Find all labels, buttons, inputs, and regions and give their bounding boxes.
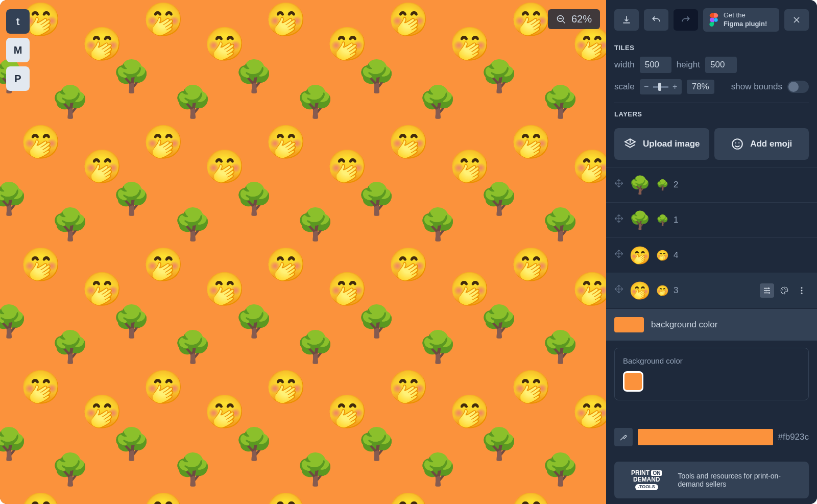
scale-value: 78% — [687, 80, 714, 94]
width-input[interactable] — [640, 57, 671, 73]
layer-row[interactable]: 🌳 🌳 2 — [606, 167, 817, 202]
close-panel-button[interactable] — [784, 9, 809, 31]
color-bar[interactable] — [638, 429, 773, 445]
emoji-icon — [731, 137, 744, 151]
svg-point-25 — [801, 290, 803, 291]
promo-text: Tools and resources for print-on-demand … — [678, 472, 801, 488]
svg-point-18 — [768, 287, 770, 289]
svg-point-24 — [801, 287, 803, 289]
layer-row[interactable]: 🤭 🤭 3 — [606, 273, 817, 308]
zoom-level: 62% — [571, 13, 592, 25]
show-bounds-toggle[interactable] — [787, 81, 809, 93]
svg-point-14 — [714, 18, 718, 22]
show-bounds-label: show bounds — [731, 82, 782, 92]
download-button[interactable] — [614, 9, 639, 31]
hex-value: #fb923c — [778, 432, 809, 442]
layer-more-button[interactable] — [795, 283, 809, 298]
medium-icon: M — [14, 44, 22, 56]
layer-index: 1 — [674, 215, 678, 225]
layer-thumb-small: 🤭 — [656, 284, 668, 297]
layer-button-row: Upload image Add emoji — [606, 123, 817, 167]
tiles-scale-row: scale − + 78% show bounds — [606, 79, 817, 101]
height-label: height — [677, 60, 700, 70]
layer-thumb: 🤭 — [629, 244, 651, 267]
layer-color-button[interactable] — [777, 283, 791, 298]
svg-point-19 — [765, 290, 767, 291]
undo-icon — [651, 15, 661, 25]
color-picker-row: #fb923c — [606, 423, 817, 451]
svg-point-15 — [732, 139, 742, 149]
background-editor: Background color — [614, 348, 809, 400]
svg-point-21 — [782, 289, 783, 290]
close-icon — [791, 15, 802, 25]
layer-thumb-small: 🌳 — [656, 214, 668, 226]
svg-point-22 — [784, 288, 785, 289]
download-icon — [621, 15, 632, 25]
layer-settings-button[interactable] — [760, 283, 774, 298]
eyedropper-button[interactable] — [614, 428, 633, 446]
undo-button[interactable] — [644, 9, 668, 31]
background-edit-label: Background color — [623, 356, 800, 365]
promo-logo: PRINT ON DEMAND .TOOLS — [622, 470, 670, 490]
layer-index: 3 — [674, 285, 678, 296]
redo-button[interactable] — [674, 9, 698, 31]
more-vertical-icon — [797, 286, 806, 295]
redo-icon — [681, 15, 691, 25]
zoom-indicator[interactable]: 62% — [548, 9, 600, 29]
layer-thumb: 🌳 — [629, 174, 651, 196]
social-bar: t M P — [6, 9, 30, 91]
tiles-size-row: width height — [606, 57, 817, 79]
drag-handle-icon[interactable] — [614, 214, 623, 226]
tumblr-button[interactable]: t — [6, 9, 30, 34]
tumblr-icon: t — [16, 16, 20, 28]
upload-label: Upload image — [643, 139, 700, 149]
drag-handle-icon[interactable] — [614, 179, 623, 190]
layer-row[interactable]: 🌳 🌳 1 — [606, 202, 817, 237]
scale-stepper[interactable]: − + — [640, 79, 682, 94]
pinterest-icon: P — [14, 73, 21, 85]
layer-list: 🌳 🌳 2 🌳 🌳 1 🤭 🤭 4 🤭 🤭 3 — [606, 167, 817, 308]
background-layer-row[interactable]: background color — [606, 309, 817, 341]
svg-line-2 — [562, 20, 565, 23]
add-emoji-button[interactable]: Add emoji — [714, 128, 809, 160]
layer-thumb-small: 🤭 — [656, 249, 668, 261]
layer-thumb: 🌳 — [629, 209, 651, 231]
upload-image-button[interactable]: Upload image — [614, 128, 709, 160]
pattern-preview: 🤭 🤭 🤭 🤭 🌳 🌳 🌳 🌳 🌳 — [0, 0, 606, 504]
background-label: background color — [651, 320, 717, 330]
background-swatch — [614, 317, 644, 332]
promo-banner[interactable]: PRINT ON DEMAND .TOOLS Tools and resourc… — [614, 462, 809, 498]
svg-point-23 — [785, 289, 786, 290]
svg-rect-13 — [0, 0, 606, 504]
width-label: width — [614, 60, 635, 70]
sliders-icon — [762, 286, 772, 295]
panel-topbar: Get the Figma plugin! — [606, 0, 817, 37]
figma-icon — [709, 13, 718, 27]
svg-point-16 — [735, 142, 736, 143]
layer-row[interactable]: 🤭 🤭 4 — [606, 237, 817, 273]
layer-thumb-small: 🌳 — [656, 179, 668, 191]
scale-increase-button[interactable]: + — [668, 79, 682, 94]
eyedropper-icon — [619, 433, 628, 442]
scale-slider[interactable] — [653, 86, 668, 88]
drag-handle-icon[interactable] — [614, 284, 623, 296]
layer-index: 2 — [674, 180, 678, 190]
figma-text: Get the Figma plugin! — [724, 11, 767, 29]
layers-heading: LAYERS — [606, 103, 817, 123]
svg-point-20 — [768, 292, 770, 294]
pattern-canvas[interactable]: t M P 62% 🤭 🤭 🤭 🤭 🌳 🌳 🌳 🌳 🌳 — [0, 0, 606, 504]
add-emoji-label: Add emoji — [750, 139, 792, 149]
tiles-heading: TILES — [606, 37, 817, 57]
scale-decrease-button[interactable]: − — [640, 79, 653, 94]
medium-button[interactable]: M — [6, 38, 30, 62]
drag-handle-icon[interactable] — [614, 249, 623, 261]
figma-plugin-button[interactable]: Get the Figma plugin! — [703, 8, 779, 32]
svg-point-17 — [738, 142, 739, 143]
background-edit-swatch[interactable] — [623, 371, 643, 392]
app-root: t M P 62% 🤭 🤭 🤭 🤭 🌳 🌳 🌳 🌳 🌳 — [0, 0, 817, 504]
pinterest-button[interactable]: P — [6, 66, 30, 91]
zoom-out-icon — [556, 14, 566, 25]
height-input[interactable] — [705, 57, 737, 73]
palette-icon — [780, 286, 789, 295]
upload-icon — [623, 137, 637, 151]
